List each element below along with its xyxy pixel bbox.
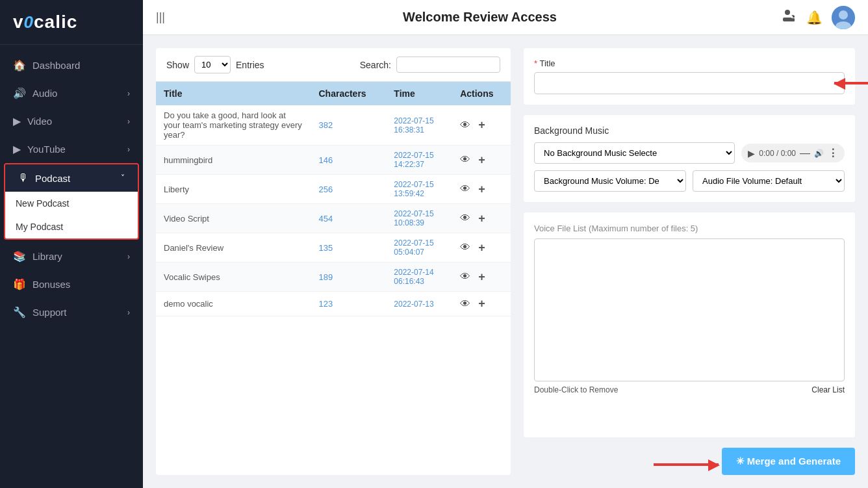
sidebar-item-label: Bonuses xyxy=(32,279,70,290)
search-input[interactable] xyxy=(396,57,500,73)
video-icon: ▶ xyxy=(13,115,21,127)
row-actions: 👁 + xyxy=(452,263,511,292)
sidebar-item-bonuses[interactable]: 🎁 Bonuses xyxy=(0,270,143,298)
row-title: demo vocalic xyxy=(156,292,311,316)
audio-player: ▶ 0:00 / 0:00 — 🔊 ⋮ xyxy=(741,144,845,162)
title-input-row: Add Title xyxy=(534,72,845,94)
sidebar-item-label: Support xyxy=(32,307,67,318)
sidebar-item-youtube[interactable]: ▶ YouTube › xyxy=(0,135,143,163)
table-row: Video Script 454 2022-07-1510:08:39 👁 + xyxy=(156,204,511,233)
bg-volume-select[interactable]: Background Music Volume: De xyxy=(534,170,686,192)
entries-table: Title Characters Time Actions Do you tak… xyxy=(156,82,511,316)
add-icon[interactable]: + xyxy=(478,183,485,196)
chevron-down-icon: ˅ xyxy=(121,173,125,183)
view-icon[interactable]: 👁 xyxy=(460,212,470,224)
volume-minus-icon[interactable]: — xyxy=(800,148,810,159)
arrow-head xyxy=(834,78,845,90)
add-icon[interactable]: + xyxy=(478,153,485,167)
sidebar-item-video[interactable]: ▶ Video › xyxy=(0,107,143,135)
header-icons: 🔔 xyxy=(782,6,855,29)
bg-music-section: Background Music No Background Music Sel… xyxy=(524,115,855,202)
users-icon[interactable] xyxy=(782,8,797,26)
add-icon[interactable]: + xyxy=(478,118,485,132)
sidebar-nav: 🏠 Dashboard 🔊 Audio › ▶ Video › ▶ YouTub… xyxy=(0,45,143,488)
table-row: Vocalic Swipes 189 2022-07-1406:16:43 👁 … xyxy=(156,263,511,292)
row-chars: 382 xyxy=(311,105,386,146)
table-row: Do you take a good, hard look at your te… xyxy=(156,105,511,146)
table-controls: Show 10 25 50 100 Entries Search: xyxy=(156,48,511,82)
audio-icon: 🔊 xyxy=(13,87,26,99)
more-options-icon[interactable]: ⋮ xyxy=(828,147,838,159)
library-icon: 📚 xyxy=(13,250,26,263)
chevron-right-icon: › xyxy=(127,252,130,261)
row-chars: 123 xyxy=(311,292,386,316)
required-marker: * xyxy=(534,58,537,68)
app-logo: v0calic xyxy=(13,12,130,32)
row-title: Vocalic Swipes xyxy=(156,263,311,292)
row-chars: 146 xyxy=(311,146,386,175)
avatar[interactable] xyxy=(832,6,855,29)
sidebar-item-library[interactable]: 📚 Library › xyxy=(0,242,143,270)
entries-label: Entries xyxy=(236,60,264,70)
sidebar-item-podcast[interactable]: 🎙 Podcast ˅ xyxy=(5,164,138,192)
row-chars: 189 xyxy=(311,263,386,292)
sidebar-item-label: Dashboard xyxy=(32,60,80,71)
table-row: hummingbird 146 2022-07-1514:22:37 👁 + xyxy=(156,146,511,175)
table-body: Do you take a good, hard look at your te… xyxy=(156,105,511,316)
svg-point-1 xyxy=(785,10,790,15)
svg-rect-2 xyxy=(783,18,792,21)
bg-music-select[interactable]: No Background Music Selecte xyxy=(534,142,735,164)
podcast-submenu-new[interactable]: New Podcast xyxy=(5,192,138,215)
content-area: Show 10 25 50 100 Entries Search: Title … xyxy=(143,35,868,488)
volume-icon[interactable]: 🔊 xyxy=(814,149,824,158)
voice-list-box xyxy=(534,238,845,381)
add-icon[interactable]: + xyxy=(478,297,485,311)
clear-list-button[interactable]: Clear List xyxy=(811,385,845,394)
table-row: Liberty 256 2022-07-1513:59:42 👁 + xyxy=(156,175,511,204)
col-title: Title xyxy=(156,82,311,105)
view-icon[interactable]: 👁 xyxy=(460,242,470,253)
music-row: No Background Music Selecte ▶ 0:00 / 0:0… xyxy=(534,142,845,164)
voice-file-label: Voice File List (Maximum number of files… xyxy=(534,223,845,233)
row-title: Liberty xyxy=(156,175,311,204)
col-actions: Actions xyxy=(452,82,511,105)
add-icon[interactable]: + xyxy=(478,241,485,255)
title-section: * Title Add Title xyxy=(524,48,855,105)
col-characters: Characters xyxy=(311,82,386,105)
view-icon[interactable]: 👁 xyxy=(460,183,470,195)
row-title: Do you take a good, hard look at your te… xyxy=(156,105,311,146)
add-icon[interactable]: + xyxy=(478,212,485,225)
search-label: Search: xyxy=(360,60,391,70)
voice-file-section: Voice File List (Maximum number of files… xyxy=(524,212,855,437)
sidebar-item-label: Audio xyxy=(32,88,57,99)
table-header: Title Characters Time Actions xyxy=(156,82,511,105)
view-icon[interactable]: 👁 xyxy=(460,271,470,283)
sidebar-item-label: Podcast xyxy=(35,173,70,184)
sidebar-item-dashboard[interactable]: 🏠 Dashboard xyxy=(0,51,143,79)
add-icon[interactable]: + xyxy=(478,270,485,284)
support-icon: 🔧 xyxy=(13,306,26,318)
audio-volume-select[interactable]: Audio File Volume: Default xyxy=(693,170,845,192)
view-icon[interactable]: 👁 xyxy=(460,120,470,131)
title-input[interactable] xyxy=(534,72,845,94)
sidebar-item-label: Video xyxy=(27,116,52,127)
youtube-icon: ▶ xyxy=(13,143,21,155)
notification-bell-icon[interactable]: 🔔 xyxy=(806,10,823,25)
sidebar-item-audio[interactable]: 🔊 Audio › xyxy=(0,79,143,107)
row-actions: 👁 + xyxy=(452,292,511,316)
title-label: * Title xyxy=(534,58,845,68)
arrow-line xyxy=(834,82,868,84)
view-icon[interactable]: 👁 xyxy=(460,154,470,166)
merge-generate-button[interactable]: ✳ Merge and Generate xyxy=(722,448,855,475)
sidebar-toggle-button[interactable]: ||| xyxy=(156,10,165,24)
dashboard-icon: 🏠 xyxy=(13,59,26,71)
view-icon[interactable]: 👁 xyxy=(460,298,470,310)
podcast-submenu-my[interactable]: My Podcast xyxy=(5,215,138,238)
entries-select[interactable]: 10 25 50 100 xyxy=(194,56,231,73)
row-title: Daniel's Review xyxy=(156,233,311,263)
play-button[interactable]: ▶ xyxy=(748,148,755,159)
chevron-right-icon: › xyxy=(127,89,130,98)
merge-arrow-head xyxy=(708,459,720,471)
podcast-icon: 🎙 xyxy=(18,172,29,184)
sidebar-item-support[interactable]: 🔧 Support › xyxy=(0,298,143,326)
